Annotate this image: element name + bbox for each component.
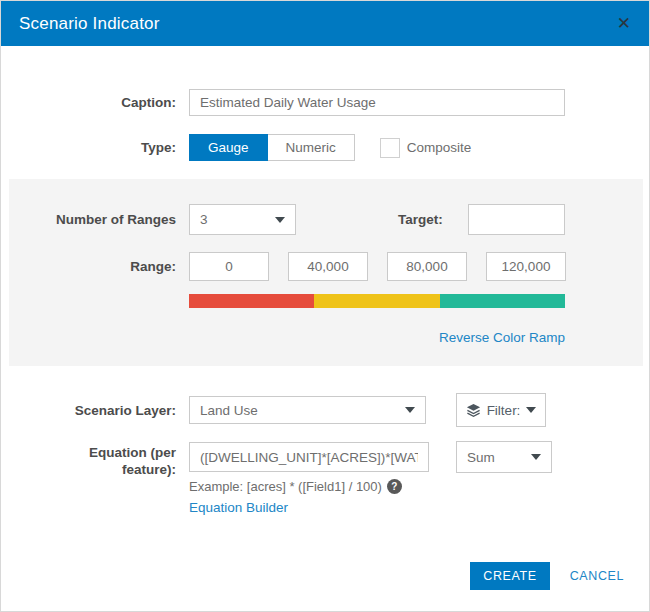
reverse-color-ramp-wrap: Reverse Color Ramp — [189, 328, 565, 346]
chevron-down-icon — [526, 407, 536, 413]
composite-checkbox[interactable] — [380, 138, 400, 158]
number-of-ranges-select[interactable]: 3 — [189, 204, 296, 235]
scenario-indicator-dialog: Scenario Indicator ✕ Caption: Type: Gaug… — [0, 0, 650, 612]
aggregation-select[interactable]: Sum — [456, 441, 552, 473]
chevron-down-icon — [405, 407, 415, 413]
scenario-layer-value: Land Use — [200, 403, 258, 418]
aggregation-value: Sum — [467, 450, 495, 465]
type-numeric-button[interactable]: Numeric — [268, 134, 355, 161]
dialog-header: Scenario Indicator ✕ — [1, 1, 649, 46]
range-inputs — [189, 252, 566, 281]
color-ramp-segment-red — [189, 294, 314, 308]
layers-icon — [466, 403, 481, 418]
range-row: Range: — [9, 252, 643, 281]
color-ramp-segment-yellow — [314, 294, 439, 308]
range-input-3[interactable] — [387, 252, 467, 281]
type-label: Type: — [1, 140, 176, 155]
dialog-title: Scenario Indicator — [19, 14, 160, 34]
cancel-button[interactable]: CANCEL — [570, 569, 624, 583]
caption-label: Caption: — [1, 95, 176, 110]
caption-input[interactable] — [189, 89, 565, 116]
range-input-4[interactable] — [486, 252, 566, 281]
type-row: Type: Gauge Numeric Composite — [1, 134, 649, 161]
number-of-ranges-value: 3 — [200, 212, 208, 227]
filter-button[interactable]: Filter: — [456, 393, 546, 427]
scenario-layer-row: Scenario Layer: Land Use Filter: — [1, 393, 649, 427]
equation-builder-link[interactable]: Equation Builder — [189, 500, 288, 515]
number-of-ranges-row: Number of Ranges 3 Target: — [9, 204, 643, 235]
equation-example: Example: [acres] * ([Field1] / 100) ? — [189, 479, 552, 494]
target-input[interactable] — [468, 204, 565, 235]
equation-content: Sum Example: [acres] * ([Field1] / 100) … — [189, 441, 552, 516]
equation-input[interactable] — [189, 442, 429, 472]
scenario-layer-label: Scenario Layer: — [1, 403, 176, 418]
create-button[interactable]: CREATE — [470, 562, 549, 590]
range-label: Range: — [9, 259, 176, 274]
close-icon[interactable]: ✕ — [617, 15, 631, 32]
equation-example-text: Example: [acres] * ([Field1] / 100) — [189, 479, 382, 494]
reverse-color-ramp-link[interactable]: Reverse Color Ramp — [439, 330, 565, 345]
range-input-1[interactable] — [189, 252, 269, 281]
color-ramp — [189, 294, 565, 308]
type-gauge-button[interactable]: Gauge — [189, 134, 268, 161]
number-of-ranges-label: Number of Ranges — [9, 212, 176, 227]
type-toggle: Gauge Numeric — [189, 134, 355, 161]
composite-label: Composite — [407, 140, 472, 155]
ranges-panel: Number of Ranges 3 Target: Range: Revers — [9, 179, 643, 366]
filter-label: Filter: — [487, 403, 521, 418]
chevron-down-icon — [531, 454, 541, 460]
help-icon[interactable]: ? — [387, 479, 402, 494]
color-ramp-segment-green — [440, 294, 565, 308]
dialog-footer: CREATE CANCEL — [470, 562, 624, 590]
range-input-2[interactable] — [288, 252, 368, 281]
target-label: Target: — [398, 212, 443, 227]
equation-label: Equation (per feature): — [1, 441, 176, 479]
chevron-down-icon — [275, 217, 285, 223]
scenario-layer-select[interactable]: Land Use — [189, 396, 426, 424]
caption-row: Caption: — [1, 89, 649, 116]
equation-row: Equation (per feature): Sum Example: [ac… — [1, 441, 649, 516]
